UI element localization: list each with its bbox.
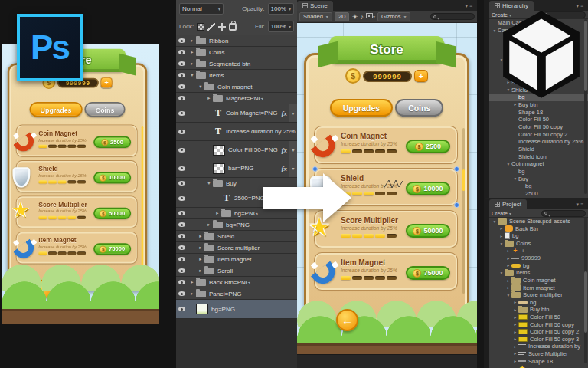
project-row-color-fill-50-copy-2[interactable]: ▸Color Fill 50 copy 2 (489, 328, 588, 336)
expand-arrow-icon[interactable]: ▸ (512, 359, 518, 363)
expand-arrow-icon[interactable]: ▸ (188, 38, 196, 44)
expand-arrow-icon[interactable]: ▸ (505, 285, 511, 290)
project-row-item-magnet[interactable]: ▸Item magnet (489, 284, 588, 291)
project-row-bg[interactable]: ▸bg (489, 262, 588, 270)
layer-visibility-toggle[interactable] (176, 58, 188, 69)
expand-arrow-icon[interactable]: ▸ (188, 291, 196, 297)
project-row-score-multiplier[interactable]: ▸Score Multiplier (489, 350, 588, 358)
selection-handle[interactable] (454, 166, 459, 172)
layer-row-bar-png[interactable]: bar=PNGfx▾ (176, 159, 297, 178)
tab-coins[interactable]: Coins (395, 99, 443, 117)
expand-arrow-icon[interactable]: ▸ (197, 245, 204, 251)
layer-row-item-magnet[interactable]: ▸Item magnet (176, 254, 297, 265)
layer-visibility-toggle[interactable] (176, 208, 188, 219)
buy-button-coin-magnet[interactable]: $2500 (93, 136, 131, 148)
layer-visibility-toggle[interactable] (176, 242, 188, 253)
layer-row-bg-png[interactable]: ▸bg=PNG (176, 208, 297, 219)
fill-value[interactable]: 100% ▾ (268, 21, 294, 32)
expand-arrow-icon[interactable]: ▸ (188, 49, 196, 55)
lock-position-icon[interactable] (218, 23, 226, 31)
expand-arrow-icon[interactable]: ▸ (214, 210, 221, 216)
hierarchy-row-buy-btn[interactable]: ▸Buy btn (489, 101, 588, 109)
expand-arrow-icon[interactable]: ▸ (197, 268, 204, 274)
layer-visibility-toggle[interactable] (176, 104, 188, 122)
project-row-color-fill-50-copy[interactable]: ▸Color Fill 50 copy (489, 320, 588, 328)
expand-arrow-icon[interactable]: ▾ (505, 162, 511, 166)
expand-arrow-icon[interactable]: ▾ (498, 242, 505, 246)
hierarchy-row-bg[interactable]: bg (489, 168, 588, 176)
expand-arrow-icon[interactable]: ▸ (512, 337, 518, 341)
layer-visibility-toggle[interactable] (176, 123, 188, 140)
project-row-asset[interactable]: ▸★ (489, 365, 588, 368)
expand-arrow-icon[interactable]: ▸ (197, 233, 204, 239)
project-row-coin-magnet[interactable]: ▸Coin magnet (489, 277, 588, 284)
project-row-items[interactable]: ▾Items (489, 269, 588, 277)
expand-arrow-icon[interactable]: ▸ (505, 256, 511, 261)
buy-button-item-magnet[interactable]: $75000 (406, 266, 450, 280)
project-row-scene-store-psd-assets[interactable]: ▾Scene Store.psd-assets (489, 218, 588, 225)
project-row-increase-duration-by[interactable]: ▸Increase duration by (489, 343, 588, 350)
expand-arrow-icon[interactable]: ▸ (205, 222, 213, 228)
expand-arrow-icon[interactable]: ▾ (505, 293, 511, 297)
lock-all-icon[interactable] (229, 23, 237, 31)
add-coins-button[interactable]: + (100, 77, 112, 88)
tab-scene[interactable]: Scene (297, 1, 333, 11)
expand-arrow-icon[interactable]: ▸ (505, 263, 511, 268)
layer-visibility-toggle[interactable] (176, 288, 188, 299)
expand-arrow-icon[interactable]: ▾ (492, 219, 498, 224)
buy-button-shield[interactable]: $10000 (406, 182, 450, 196)
tab-upgrades[interactable]: Upgrades (29, 102, 83, 117)
project-row-shape-18[interactable]: ▸Shape 18 (489, 357, 588, 365)
hierarchy-row-shield[interactable]: Shield (489, 146, 588, 153)
layer-row-coins[interactable]: ▸Coins (176, 47, 297, 58)
layer-visibility-toggle[interactable] (176, 47, 188, 58)
opacity-value[interactable]: 100% ▾ (268, 3, 294, 15)
layer-visibility-toggle[interactable] (176, 254, 188, 264)
expand-arrow-icon[interactable]: ▸ (197, 256, 204, 262)
tab-upgrades[interactable]: Upgrades (330, 99, 393, 117)
tab-project[interactable]: Project (489, 199, 527, 209)
expand-arrow-icon[interactable]: ▸ (498, 226, 505, 231)
lock-pixels-icon[interactable] (207, 23, 215, 31)
selection-handle[interactable] (312, 166, 318, 172)
expand-arrow-icon[interactable]: ▸ (512, 102, 518, 107)
layer-row-items[interactable]: ▾Items (176, 70, 297, 81)
layer-visibility-toggle[interactable] (176, 189, 188, 207)
buy-button-shield[interactable]: $10000 (93, 172, 131, 183)
expand-arrow-icon[interactable]: ▸ (188, 61, 196, 67)
hierarchy-row-color-fill-50-copy-2[interactable]: Color Fill 50 copy 2 (489, 130, 588, 138)
expand-arrow-icon[interactable]: ▾ (512, 176, 518, 181)
project-row-color-fill-50[interactable]: ▸Color Fill 50 (489, 314, 588, 321)
shaded-dropdown[interactable]: Shaded ▾ (299, 12, 332, 21)
back-button[interactable]: ← (336, 309, 358, 331)
scrollbar-thumb[interactable] (584, 271, 587, 333)
store-scrollbar-thumb[interactable] (462, 169, 465, 191)
panel-menu-icon[interactable]: ▾≡ (465, 3, 477, 11)
buy-button-item-magnet[interactable]: $75000 (93, 243, 131, 255)
hierarchy-row-color-fill-50[interactable]: Color Fill 50 (489, 116, 588, 123)
store-item-shield[interactable]: ShieldIncrease duration by 25%$10000 (17, 161, 137, 192)
expand-arrow-icon[interactable]: ▸ (505, 248, 511, 253)
buy-button-score-multiplier[interactable]: $50000 (406, 224, 450, 238)
store-item-coin-magnet[interactable]: Coin MagnetIncrease duration by 25%$2500 (17, 125, 137, 156)
store-item-score-multiplier[interactable]: ★XScore MultiplierIncrease duration by 2… (17, 196, 137, 228)
2d-toggle[interactable]: 2D (335, 12, 350, 21)
project-row-999999[interactable]: ▸999999 (489, 255, 588, 262)
expand-arrow-icon[interactable]: ▸ (498, 234, 505, 238)
hierarchy-row-increase-duration-by-25[interactable]: Increase duration by 25% (489, 138, 588, 146)
panel-menu-icon[interactable]: ▾≡ (576, 202, 588, 209)
expand-arrow-icon[interactable]: ▾ (197, 84, 204, 90)
layer-visibility-toggle[interactable] (176, 35, 188, 46)
layer-row-coin-magnet[interactable]: ▾Coin magnet (176, 81, 297, 93)
layer-row-color-fill-50-png[interactable]: Color Fill 50=PNGfx▾ (176, 141, 297, 159)
expand-arrow-icon[interactable]: ▸ (512, 351, 518, 356)
layer-visibility-toggle[interactable] (176, 300, 188, 318)
scene-search-input[interactable] (430, 13, 475, 20)
layer-row-back-btn-png[interactable]: ▸Back Btn=PNG (176, 277, 297, 288)
hierarchy-row-shape-18[interactable]: Shape 18 (489, 108, 588, 116)
project-row-color-fill-50-copy-3[interactable]: ▸Color Fill 50 copy 3 (489, 336, 588, 343)
expand-arrow-icon[interactable]: ▾ (498, 271, 505, 275)
project-scrollbar[interactable] (584, 218, 587, 363)
layer-visibility-toggle[interactable] (176, 81, 188, 92)
layer-visibility-toggle[interactable] (176, 70, 188, 80)
